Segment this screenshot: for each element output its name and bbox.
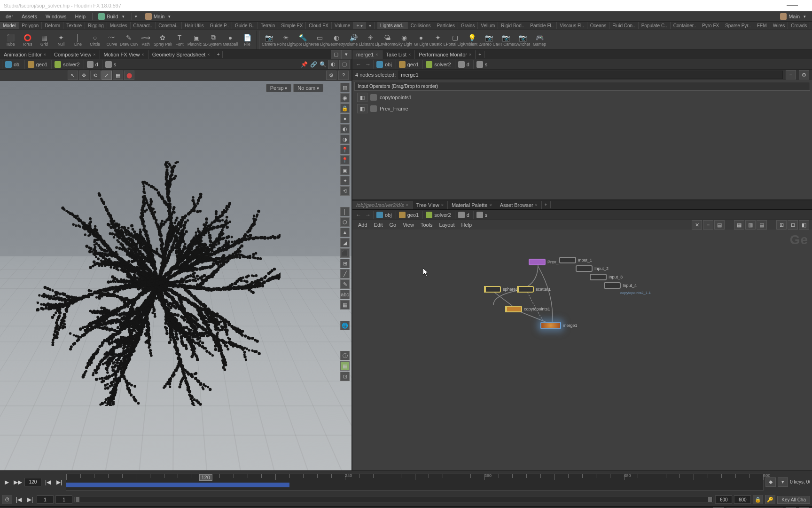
path-d[interactable]: d [455, 211, 472, 219]
vp-tool-8[interactable]: 📍 [340, 155, 350, 165]
shelf-tab-rigidbod[interactable]: Rigid Bod.. [498, 22, 527, 29]
tool-environment-light[interactable]: 🌤Environment Light [379, 31, 396, 49]
net-tool-4[interactable]: ▦ [734, 220, 744, 230]
key-all-button[interactable]: Key All Cha [777, 496, 810, 504]
toggle-icon[interactable]: ◧ [357, 104, 367, 113]
shelf-tab-texture[interactable]: Texture [63, 22, 85, 29]
tool-switcher[interactable]: 📷Switcher [514, 31, 531, 49]
shelf-tab-oceans[interactable]: Oceans [587, 22, 609, 29]
pane-menu-button[interactable]: ▾ [341, 50, 351, 59]
scene-viewport[interactable]: Persp ▾ No cam ▾ ▤ ◉ 🔒 ● ◐ ◑ 📍 📍 ▣ ✦ ⟲ │… [0, 81, 351, 470]
vp-tool-25[interactable]: ⊡ [340, 372, 350, 381]
shelf-tab-grains[interactable]: Grains [458, 22, 478, 29]
vp-tool-9[interactable]: ▣ [340, 166, 350, 175]
tab-add-button[interactable]: + [542, 201, 551, 208]
vp-tool-17[interactable]: ⊞ [340, 259, 350, 268]
translate-tool-icon[interactable]: ✥ [79, 71, 89, 80]
shelf-tab-muscles[interactable]: Muscles [107, 22, 131, 29]
shelf-tab-container[interactable]: Container.. [671, 22, 699, 29]
snap-tool-icon[interactable]: ▦ [113, 71, 123, 80]
tool-line[interactable]: │Line [70, 31, 86, 49]
nav-back-icon[interactable]: ← [354, 211, 363, 219]
parm-opt-icon[interactable]: ≡ [786, 70, 796, 79]
pane-max-button[interactable]: ▢ [331, 50, 341, 59]
menu-assets[interactable]: Assets [18, 13, 41, 20]
shelf-tab-guideb[interactable]: Guide B.. [232, 22, 258, 29]
net-menu-help[interactable]: Help [459, 221, 475, 229]
tab-add-button[interactable]: + [214, 51, 223, 58]
shelf-tab-hairutils[interactable]: Hair Utils [182, 22, 207, 29]
net-tool-3[interactable]: ▤ [714, 220, 725, 230]
range-handle-end[interactable] [708, 497, 712, 502]
vp-tool-11[interactable]: ⟲ [340, 186, 350, 196]
shelf-add-button[interactable]: + ▾ [353, 22, 366, 29]
display-opt-icon[interactable]: ⚙ [326, 71, 336, 80]
net-tool-9[interactable]: ◧ [799, 220, 809, 230]
tool-portal-light[interactable]: ▢Portal Light [446, 31, 463, 49]
tab-take-list[interactable]: Take List× [383, 50, 415, 59]
node-scatter1[interactable]: scatter1 [517, 286, 551, 293]
path-solver2[interactable]: solver2 [422, 60, 453, 69]
tool-grid[interactable]: ▦Grid [36, 31, 53, 49]
chevron-down-icon[interactable]: ▾ [122, 14, 129, 19]
path-solver2[interactable]: solver2 [422, 211, 453, 219]
chevron-down-icon[interactable]: ▾ [168, 14, 175, 19]
shelf-tab-sparsepyr[interactable]: Sparse Pyr.. [722, 22, 754, 29]
vp-tool-3[interactable]: 🔒 [340, 103, 350, 113]
net-tool-8[interactable]: ⊡ [788, 220, 798, 230]
shelf-tab-model[interactable]: Model [0, 22, 19, 29]
shelf-tab-lightsand[interactable]: Lights and.. [377, 22, 408, 29]
net-tool-6[interactable]: ▤ [757, 220, 767, 230]
shelf-tab-pyrofx[interactable]: Pyro FX [699, 22, 722, 29]
persp-dropdown[interactable]: Persp ▾ [266, 84, 292, 92]
play-button[interactable]: ▶ [2, 477, 11, 487]
shelf-tab-collisions[interactable]: Collisions [408, 22, 434, 29]
net-tool-7[interactable]: ⊞ [776, 220, 787, 230]
shelf-tab-constrai[interactable]: Constrai.. [156, 22, 182, 29]
tool-volume-light[interactable]: 🔊Volume Light [345, 31, 362, 49]
vp-tool-12[interactable]: │ [340, 207, 350, 216]
vp-tool-18[interactable]: ╱ [340, 269, 350, 278]
range-start-field[interactable] [37, 495, 54, 504]
path-geo1[interactable]: geo1 [24, 60, 50, 69]
chevron-down-icon[interactable]: ▾ [135, 14, 141, 19]
path-obj[interactable]: obj [2, 60, 23, 69]
shelf-tab-fem[interactable]: FEM [754, 22, 770, 29]
tool-platonic-solids[interactable]: ▣Platonic Solids [188, 31, 205, 49]
path-obj[interactable]: obj [373, 211, 395, 219]
vp-tool-22[interactable]: 🌐 [340, 321, 350, 330]
range-next-button[interactable]: ▶| [25, 495, 35, 504]
vp-tool-24[interactable]: ▦ [340, 361, 350, 371]
tab-composite-view[interactable]: Composite View× [50, 50, 100, 59]
vp-tool-21[interactable]: ▦ [340, 300, 350, 310]
help-icon[interactable]: ? [338, 71, 349, 80]
realtime-toggle[interactable]: ⏱ [2, 495, 12, 504]
tab-add-button[interactable]: + [476, 51, 484, 58]
node-copytopoints1[interactable]: copytopoints1 [505, 306, 550, 312]
tool-curve[interactable]: 〰Curve [103, 31, 120, 49]
tool-torus[interactable]: ⭕Torus [19, 31, 36, 49]
desktop-selector-main2[interactable]: Main [777, 13, 803, 20]
menu-windows[interactable]: Windows [42, 13, 70, 20]
path-pin-icon[interactable]: 📌 [300, 60, 308, 69]
shelf-tab-rigging[interactable]: Rigging [85, 22, 107, 29]
net-tool-2[interactable]: ≡ [703, 220, 713, 230]
path-d[interactable]: d [84, 60, 101, 69]
path-d[interactable]: d [455, 60, 472, 69]
path-obj[interactable]: obj [373, 60, 395, 69]
path-find-icon[interactable]: 🔍 [319, 60, 327, 69]
desktop-selector-build[interactable]: Build [95, 13, 121, 20]
range-end-field[interactable] [715, 495, 732, 504]
tool-distant-light[interactable]: ☀Distant Light [362, 31, 379, 49]
vp-tool-19[interactable]: ✎ [340, 279, 350, 289]
net-menu-go[interactable]: Go [387, 221, 399, 229]
tab-asset-browser[interactable]: Asset Browser× [496, 201, 542, 209]
menu-render[interactable]: der [2, 13, 17, 20]
vp-tool-4[interactable]: ● [340, 114, 350, 123]
vp-tool-7[interactable]: 📍 [340, 145, 350, 154]
tool-gi-light[interactable]: ●GI Light [413, 31, 429, 49]
tab-material-palette[interactable]: Material Palette× [448, 201, 496, 209]
path-link-icon[interactable]: 🔗 [309, 60, 318, 69]
tool-metaball[interactable]: ●Metaball [222, 31, 239, 49]
gear-icon[interactable]: ⚙ [799, 70, 809, 79]
